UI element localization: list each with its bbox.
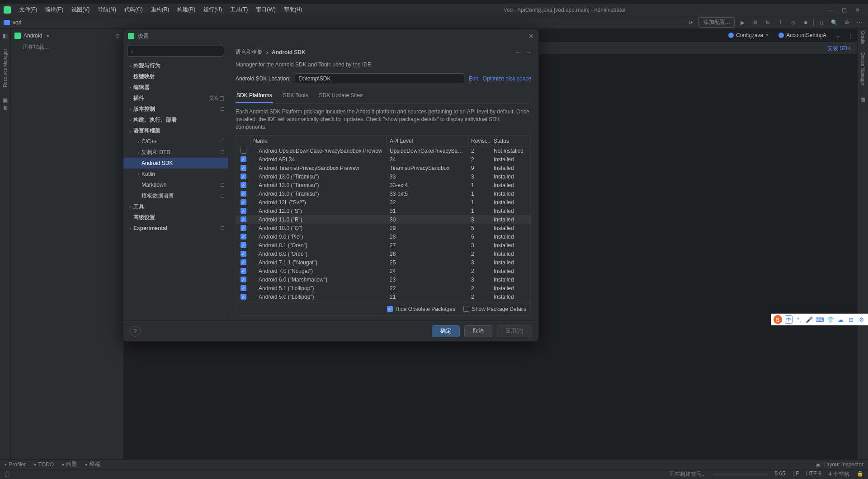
table-row[interactable]: ✓Android 9.0 ("Pie")286Installed <box>236 232 531 241</box>
table-row[interactable]: ✓Android API 34342Installed <box>236 155 531 164</box>
left-tool-label[interactable]: Resource Manager <box>3 49 8 87</box>
show-details-checkbox[interactable]: Show Package Details <box>463 306 526 312</box>
tree-item[interactable]: Android SDK <box>123 158 228 169</box>
row-checkbox[interactable]: ✓ <box>241 182 246 188</box>
table-row[interactable]: ✓Android TiramisuPrivacySandbox PreviewT… <box>236 164 531 172</box>
ime-skin-icon[interactable]: 👕 <box>827 315 835 324</box>
more-icon[interactable]: ⋯ <box>854 18 864 28</box>
run-icon[interactable]: ▶ <box>737 18 747 28</box>
dialog-close-button[interactable]: ✕ <box>528 33 534 40</box>
apply-button[interactable]: 应用(A) <box>497 325 532 337</box>
tree-item[interactable]: 插件文A ▢ <box>123 93 228 103</box>
row-checkbox[interactable]: ✓ <box>241 156 246 162</box>
indent-info[interactable]: 4 个空格 <box>829 470 849 478</box>
bottom-tool-button[interactable]: ▪问题 <box>62 460 77 468</box>
debug-icon[interactable]: ⚙ <box>750 18 760 28</box>
table-row[interactable]: Android UpsideDownCakePrivacySandbox Pre… <box>236 146 531 155</box>
tree-item[interactable]: ›Experimental <box>123 223 228 234</box>
cancel-button[interactable]: 取消 <box>464 325 492 337</box>
row-checkbox[interactable]: ✓ <box>241 165 246 171</box>
ime-keyboard-icon[interactable]: ⌨ <box>816 315 824 324</box>
help-button[interactable]: ? <box>130 326 141 337</box>
table-row[interactable]: ✓Android 13.0 ("Tiramisu")33-ext51Instal… <box>236 189 531 198</box>
menu-item[interactable]: 导航(N) <box>94 5 120 15</box>
menu-item[interactable]: 视图(V) <box>67 5 94 15</box>
close-button[interactable]: ✕ <box>851 5 864 14</box>
table-row[interactable]: ✓Android 6.0 ("Marshmallow")233Installed <box>236 275 531 284</box>
maximize-button[interactable]: ▢ <box>837 5 851 14</box>
bottom-tool-button[interactable]: ▪终端 <box>85 460 100 468</box>
readonly-icon[interactable]: 🔒 <box>857 470 863 478</box>
row-checkbox[interactable]: ✓ <box>241 234 246 240</box>
breadcrumb-parent[interactable]: 语言和框架 <box>236 48 263 56</box>
sdk-location-input[interactable] <box>295 73 464 84</box>
table-row[interactable]: ✓Android 8.0 ("Oreo")262Installed <box>236 249 531 258</box>
tree-item[interactable]: 模板数据语言 <box>123 190 228 201</box>
resource-manager-icon[interactable]: ◧ <box>0 31 10 41</box>
sdk-tab[interactable]: SDK Tools <box>282 90 309 103</box>
table-row[interactable]: ✓Android 8.1 ("Oreo")273Installed <box>236 241 531 249</box>
project-name[interactable]: vod <box>13 19 21 26</box>
ime-cloud-icon[interactable]: ☁ <box>837 315 844 324</box>
hide-obsolete-checkbox[interactable]: ✓ Hide Obsolete Packages <box>387 306 455 312</box>
tree-item[interactable]: Markdown <box>123 179 228 190</box>
table-row[interactable]: ✓Android 10.0 ("Q")295Installed <box>236 224 531 232</box>
row-checkbox[interactable]: ✓ <box>241 277 246 282</box>
col-header-api[interactable]: API Level <box>387 136 468 146</box>
tabs-dropdown-icon[interactable]: ⌄ <box>832 33 844 39</box>
file-encoding[interactable]: UTF-8 <box>806 470 821 478</box>
editor-tab[interactable]: Config.java × <box>724 30 773 41</box>
table-row[interactable]: ✓Android 5.0 ("Lollipop")212Installed <box>236 292 531 301</box>
tabs-more-icon[interactable]: ⋮ <box>844 33 857 39</box>
coverage-icon[interactable]: ↻ <box>763 18 773 28</box>
col-header-status[interactable]: Status <box>491 136 531 146</box>
tree-item[interactable]: ›外观与行为 <box>123 60 228 71</box>
right-tool-label[interactable]: Gradle <box>860 31 865 44</box>
col-header-name[interactable]: Name <box>250 136 387 146</box>
tree-item[interactable]: ›C/C++ <box>123 136 228 147</box>
menu-item[interactable]: 窗口(W) <box>252 5 279 15</box>
menu-item[interactable]: 运行(U) <box>199 5 226 15</box>
ime-lang-button[interactable]: 中 <box>785 315 793 324</box>
tree-item[interactable]: 按键映射 <box>123 71 228 82</box>
bottom-tool-button[interactable]: ▪TODO <box>34 460 54 468</box>
table-row[interactable]: ✓Android 5.1 ("Lollipop")222Installed <box>236 284 531 292</box>
search-icon[interactable]: 🔍 <box>829 18 839 28</box>
nav-back-icon[interactable]: ← <box>515 49 520 56</box>
tool-window-close-icon[interactable]: ⊖ <box>115 33 120 39</box>
table-row[interactable]: ✓Android 13.0 ("Tiramisu")33-ext41Instal… <box>236 181 531 189</box>
ime-punct-icon[interactable]: °, <box>795 315 803 324</box>
row-checkbox[interactable]: ✓ <box>241 251 246 257</box>
device-icon[interactable]: ▯ <box>816 18 826 28</box>
tree-item[interactable]: ›版本控制 <box>123 103 228 114</box>
table-row[interactable]: ✓Android 7.0 ("Nougat")242Installed <box>236 267 531 275</box>
project-icon[interactable]: ▣ <box>0 95 10 105</box>
menu-item[interactable]: 帮助(H) <box>280 5 307 15</box>
sdk-tab[interactable]: SDK Update Sites <box>318 90 364 103</box>
menu-item[interactable]: 文件(F) <box>15 5 41 15</box>
table-row[interactable]: ✓Android 13.0 ("Tiramisu")333Installed <box>236 172 531 181</box>
right-tool-label[interactable]: Device Manager <box>860 52 865 85</box>
tree-item[interactable]: ›编辑器 <box>123 82 228 93</box>
col-header-rev[interactable]: Revisi... <box>468 136 491 146</box>
menu-item[interactable]: 编辑(E) <box>41 5 67 15</box>
settings-search-input[interactable]: ⌕ <box>127 46 224 56</box>
menu-item[interactable]: 重构(R) <box>147 5 174 15</box>
minimize-button[interactable]: — <box>824 5 837 14</box>
nav-forward-icon[interactable]: → <box>526 49 531 56</box>
dropdown-icon[interactable]: ▾ <box>47 33 49 39</box>
status-action-icon[interactable]: ▢ <box>5 471 9 478</box>
tree-item[interactable]: ›构建、执行、部署 <box>123 114 228 125</box>
row-checkbox[interactable]: ✓ <box>241 208 246 214</box>
table-row[interactable]: ✓Android 11.0 ("R")303Installed <box>236 215 531 224</box>
add-config-button[interactable]: 添加配置... <box>698 17 735 28</box>
tree-item[interactable]: 高级设置 <box>123 212 228 223</box>
menu-item[interactable]: 构建(B) <box>173 5 199 15</box>
row-checkbox[interactable]: ✓ <box>241 268 246 274</box>
optimize-link[interactable]: Optimize disk space <box>483 75 531 82</box>
ime-settings-icon[interactable]: ⚙ <box>858 315 865 324</box>
table-row[interactable]: ✓Android 12.0 ("S")311Installed <box>236 207 531 215</box>
tree-item[interactable]: ⌄语言和框架 <box>123 125 228 136</box>
tree-item[interactable]: ›架构和 DTD <box>123 147 228 158</box>
row-checkbox[interactable]: ✓ <box>241 191 246 197</box>
